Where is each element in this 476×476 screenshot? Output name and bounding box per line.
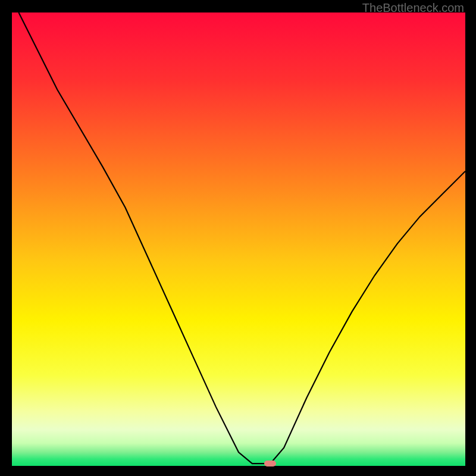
curve-layer — [12, 12, 465, 466]
bottleneck-curve — [18, 12, 465, 464]
optimal-marker-icon — [264, 461, 276, 466]
watermark: TheBottleneck.com — [362, 1, 464, 15]
bottleneck-chart — [12, 12, 465, 466]
